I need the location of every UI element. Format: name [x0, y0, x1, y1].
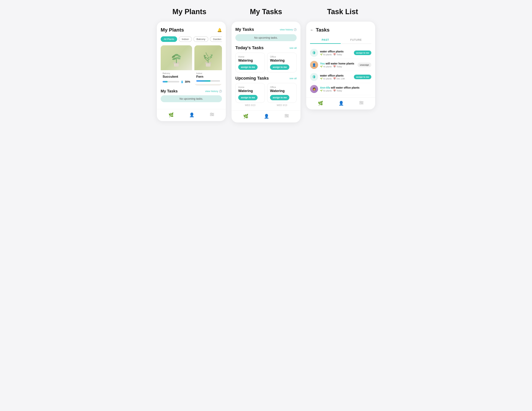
task-item-3: water office plants 🌱 6x plants 📅 Dec 13… [310, 71, 371, 83]
svg-rect-8 [174, 64, 175, 66]
svg-rect-27 [359, 102, 363, 103]
today-home-location: Home [238, 55, 262, 58]
filter-tab-balcony[interactable]: Balcony [193, 36, 208, 42]
screen1-title: My Plants [161, 27, 184, 33]
task2-info: You will water home plants 🌱 4x plants 📅… [320, 62, 356, 68]
svg-rect-20 [212, 114, 213, 115]
nav3-person-icon[interactable]: 👤 [339, 101, 344, 106]
plant-card-succulent[interactable]: Balcony Succulent 💧 30% [161, 45, 192, 85]
screen1-card: My Plants 🔔 All Plants Indoor Balcony Ga… [157, 22, 226, 121]
task4-info: Ann-tifa will water office plants 🌱 6x p… [320, 86, 371, 92]
tab-past[interactable]: PAST [310, 36, 341, 44]
back-button[interactable]: ← [310, 28, 314, 32]
nav2-plant-icon[interactable]: 🌿 [243, 114, 248, 119]
upcoming-home-date: WED 3/13 [235, 104, 265, 107]
task3-avatar [310, 73, 318, 81]
nav2-person-icon[interactable]: 👤 [264, 114, 269, 119]
view-history-link[interactable]: view history 🕐 [205, 90, 222, 93]
svg-rect-19 [211, 113, 212, 114]
fern-category: Indoor [196, 72, 220, 74]
my-tasks-header: My Tasks view history 🕐 [161, 89, 222, 93]
task1-info: water office plants 🌱 6x plants 📅 Today [320, 50, 352, 56]
task1-meta: 🌱 6x plants 📅 Today [320, 53, 352, 56]
task-list-header: ← Tasks [310, 27, 371, 33]
todays-see-all[interactable]: see all [289, 46, 297, 49]
succulent-info: Balcony Succulent 💧 30% [161, 70, 192, 85]
task-item-1: water office plants 🌱 6x plants 📅 Today … [310, 47, 371, 59]
tabs-row: PAST FUTURE [310, 36, 371, 44]
succulent-name: Succulent [162, 75, 190, 79]
task3-meta: 🌱 6x plants 📅 Dec 13th [320, 77, 352, 80]
today-home-assign-btn[interactable]: assign to me [238, 64, 257, 70]
nav3-settings-icon[interactable] [359, 101, 363, 106]
upcoming-home-location: Home [238, 86, 262, 89]
filter-tab-indoor[interactable]: Indoor [179, 36, 192, 42]
svg-rect-16 [210, 113, 214, 114]
nav2-settings-icon[interactable] [285, 114, 289, 119]
svg-rect-24 [285, 114, 286, 115]
tab-future[interactable]: FUTURE [341, 36, 371, 43]
task1-plants: 🌱 6x plants [320, 53, 332, 56]
task3-plants: 🌱 6x plants [320, 77, 332, 80]
screen3-card: ← Tasks PAST FUTURE water office plants [306, 22, 375, 110]
upcoming-tasks-header: Upcoming Tasks see all [235, 76, 297, 81]
fern-water-bar-fill [196, 80, 210, 82]
water-drop-icon: 💧 [180, 80, 184, 83]
fern-water-bar-bg [196, 80, 220, 82]
task4-date: 📅 Today [333, 90, 342, 92]
upcoming-tasks-grid: Home Watering assign to me WED 3/13 Offi… [235, 83, 297, 107]
screen2-view-history[interactable]: view history 🕐 [280, 28, 297, 31]
bottom-nav-screen1: 🌿 👤 [157, 109, 226, 121]
upcoming-office-assign-btn[interactable]: assign to me [270, 95, 289, 100]
task4-meta: 🌱 6x plants 📅 Today [320, 90, 371, 92]
today-office-type: Watering [270, 59, 294, 63]
filter-tab-all-plants[interactable]: All Plants [161, 36, 177, 42]
task-item-2: 👤 You will water home plants 🌱 4x plants… [310, 59, 371, 71]
nav-settings-icon[interactable] [210, 112, 214, 118]
task4-user-photo: 👩 [310, 85, 318, 93]
svg-rect-28 [359, 104, 363, 104]
upcoming-task-home: Home Watering assign to me [235, 83, 265, 103]
upcoming-see-all[interactable]: see all [289, 77, 297, 80]
task3-date: 📅 Dec 13th [333, 77, 345, 80]
today-office-location: Office [270, 55, 294, 58]
fern-water-row [196, 80, 220, 82]
nav-person-icon[interactable]: 👤 [189, 112, 194, 118]
svg-rect-17 [210, 114, 214, 115]
plants-grid: Balcony Succulent 💧 30% [161, 45, 222, 85]
screen2-header: My Tasks view history 🕐 [235, 27, 297, 32]
task2-date: 📅 Today [333, 65, 342, 68]
task1-avatar [310, 49, 318, 57]
upcoming-office-type: Watering [270, 89, 294, 93]
upcoming-office-date: WED 3/13 [267, 104, 297, 107]
today-home-type: Watering [238, 59, 262, 63]
svg-rect-21 [285, 114, 289, 115]
fern-info: Indoor Fern [194, 70, 222, 84]
filter-tab-garden[interactable]: Garden [210, 36, 222, 42]
succulent-image [161, 45, 192, 70]
bell-icon[interactable]: 🔔 [217, 28, 222, 32]
task4-text: Ann-tifa will water office plants [320, 86, 371, 89]
task3-assign-btn[interactable]: assign to me [354, 75, 371, 79]
bottom-nav-screen2: 🌿 👤 [231, 110, 301, 122]
nav3-plant-icon[interactable]: 🌿 [318, 101, 323, 106]
succulent-water-row: 💧 30% [162, 80, 190, 83]
todays-tasks-header: Today's Tasks see all [235, 45, 297, 50]
svg-rect-29 [360, 101, 361, 102]
svg-rect-25 [287, 115, 288, 117]
upcoming-home-assign-btn[interactable]: assign to me [238, 95, 257, 100]
plant-card-fern[interactable]: Indoor Fern [194, 45, 222, 85]
today-office-assign-btn[interactable]: assign to me [270, 64, 289, 70]
succulent-water-pct: 30% [185, 80, 190, 83]
upcoming-task-office: Office Watering assign to me [267, 83, 297, 103]
task4-highlight: Ann-tifa [320, 86, 330, 89]
svg-rect-23 [285, 117, 289, 117]
task1-assign-btn[interactable]: assign to me [354, 51, 371, 55]
svg-rect-26 [359, 101, 363, 102]
task-item-4: 👩 Ann-tifa will water office plants 🌱 6x… [310, 83, 371, 95]
succulent-category: Balcony [162, 72, 190, 74]
bottom-nav-screen3: 🌿 👤 [306, 97, 375, 110]
task2-unassign-btn[interactable]: unassign [358, 63, 371, 67]
today-task-home: Home Watering assign to me [235, 53, 265, 72]
nav-plant-icon[interactable]: 🌿 [169, 112, 174, 118]
